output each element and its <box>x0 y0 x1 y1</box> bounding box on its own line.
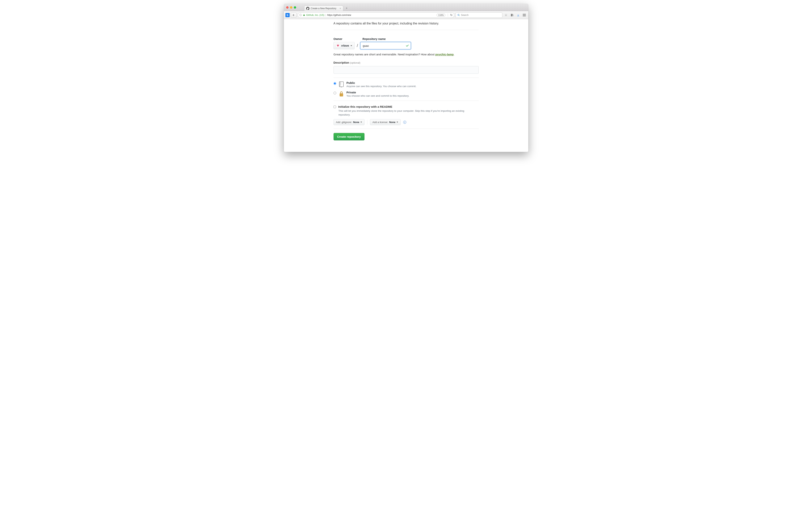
private-title: Private <box>347 91 409 94</box>
visibility-public-radio[interactable] <box>334 82 336 85</box>
visibility-private-radio[interactable] <box>334 92 336 94</box>
arrow-left-icon <box>292 14 295 17</box>
tab-strip: Create a New Repository × + <box>304 4 349 11</box>
github-favicon <box>306 7 309 10</box>
owner-label: Owner <box>334 37 359 40</box>
public-subtitle: Anyone can see this repository. You choo… <box>347 85 416 88</box>
caret-down-icon <box>360 122 362 123</box>
minimize-window-button[interactable] <box>290 6 292 8</box>
owner-username: rrlove <box>341 44 349 47</box>
extension-badge[interactable]: S <box>285 13 290 17</box>
init-readme-title: Initialize this repository with a README <box>338 105 392 108</box>
tab-close-icon[interactable]: × <box>339 7 341 10</box>
page-content: A repository contains all the files for … <box>284 19 528 152</box>
description-input[interactable] <box>334 66 479 74</box>
license-help-icon[interactable]: i <box>403 121 406 124</box>
search-placeholder: Search <box>461 14 469 17</box>
caret-down-icon <box>396 122 398 123</box>
lock-icon <box>303 14 305 16</box>
public-title: Public <box>347 81 416 84</box>
tab-title: Create a New Repository <box>311 7 336 10</box>
site-info-icon[interactable]: ⓘ <box>299 13 302 17</box>
browser-toolbar: S ⓘ GitHub, Inc. (US) | https://github.c… <box>284 11 528 19</box>
browser-window: Create a New Repository × + S ⓘ GitHub, … <box>284 4 528 152</box>
svg-rect-3 <box>511 14 511 16</box>
close-window-button[interactable] <box>286 6 289 8</box>
license-dropdown[interactable]: Add a license: None <box>370 119 400 125</box>
svg-rect-4 <box>512 14 512 16</box>
suggested-name-link[interactable]: psychic-lamp <box>435 53 454 56</box>
library-icon[interactable] <box>510 13 515 17</box>
search-engine-icon <box>457 14 460 17</box>
caret-down-icon <box>351 45 352 46</box>
url-organization: GitHub, Inc. (US) <box>306 14 324 17</box>
init-readme-subtitle: This will let you immediately clone the … <box>338 109 470 116</box>
url-separator: | <box>326 14 326 17</box>
repo-public-icon <box>338 81 344 88</box>
downloads-icon[interactable] <box>516 13 521 17</box>
repo-private-icon <box>338 91 344 97</box>
url-bar[interactable]: ⓘ GitHub, Inc. (US) | https://github.com… <box>298 12 454 18</box>
svg-point-13 <box>340 95 341 95</box>
svg-point-8 <box>340 82 341 83</box>
init-readme-checkbox[interactable] <box>334 106 336 108</box>
name-hint: Great repository names are short and mem… <box>334 53 479 56</box>
create-repository-button[interactable]: Create repository <box>334 133 364 140</box>
new-tab-button[interactable]: + <box>344 6 349 10</box>
svg-point-9 <box>340 83 341 84</box>
path-slash: / <box>357 43 358 48</box>
svg-line-5 <box>513 14 513 16</box>
owner-dropdown[interactable]: rrlove <box>334 42 355 49</box>
divider <box>334 30 479 30</box>
svg-rect-11 <box>340 93 343 96</box>
svg-point-10 <box>340 84 341 85</box>
vertical-separator <box>367 120 367 124</box>
zoom-level[interactable]: 110% <box>437 13 445 17</box>
menu-button[interactable] <box>522 13 527 17</box>
reload-button[interactable]: ↻ <box>450 13 453 17</box>
bookmark-star-icon[interactable]: ☆ <box>504 13 508 17</box>
intro-text: A repository contains all the files for … <box>334 22 479 25</box>
repo-name-input[interactable] <box>360 42 411 49</box>
browser-tab[interactable]: Create a New Repository × <box>304 5 343 11</box>
window-controls <box>284 6 298 8</box>
private-subtitle: You choose who can see and commit to thi… <box>347 94 409 97</box>
owner-avatar <box>336 44 340 48</box>
search-bar[interactable]: Search <box>455 12 502 18</box>
svg-line-1 <box>459 15 459 16</box>
description-label: Description (optional) <box>334 61 479 64</box>
gitignore-dropdown[interactable]: Add .gitignore: None <box>334 119 364 125</box>
window-titlebar: Create a New Repository × + <box>284 4 528 11</box>
hamburger-icon <box>523 13 526 17</box>
url-text: https://github.com/new <box>327 14 351 17</box>
svg-point-2 <box>459 14 459 15</box>
repo-name-label: Repository name <box>363 37 386 40</box>
check-icon <box>405 44 409 47</box>
back-button[interactable] <box>291 12 297 18</box>
maximize-window-button[interactable] <box>294 6 296 8</box>
svg-point-12 <box>340 94 341 94</box>
